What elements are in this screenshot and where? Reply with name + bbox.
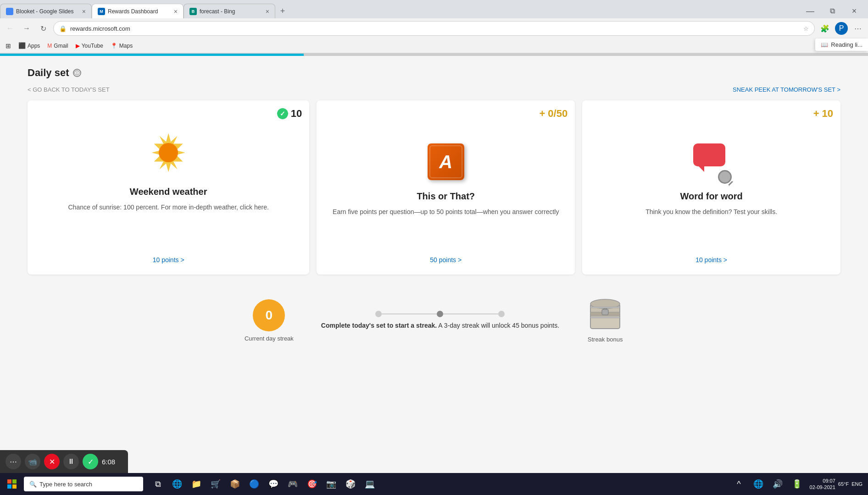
tab-close-rewards[interactable]: × xyxy=(174,8,178,15)
daily-set-header: Daily set ⓘ xyxy=(28,56,840,86)
video-controls-bar: ⋯ 📹 ✕ ⏸ ✓ 6:08 xyxy=(0,450,128,473)
daily-set-info-icon[interactable]: ⓘ xyxy=(73,69,81,77)
camera-control-button[interactable]: 📹 xyxy=(25,454,40,469)
language-label: ENG xyxy=(851,481,862,487)
taskbar-icon-app1[interactable]: 🎮 xyxy=(284,475,302,493)
daily-set-title: Daily set ⓘ xyxy=(28,67,81,79)
tab-close-bing[interactable]: × xyxy=(266,8,269,15)
start-button[interactable] xyxy=(2,474,22,494)
reading-list-icon: 📖 xyxy=(821,41,828,48)
word-for-word-score-value: 10 xyxy=(822,108,833,120)
taskbar-icon-discord[interactable]: 💬 xyxy=(264,475,283,493)
menu-control-button[interactable]: ⋯ xyxy=(6,454,21,469)
card-this-or-that[interactable]: + 0/50 A This or That? Earn five points … xyxy=(317,100,575,275)
taskbar-icon-store[interactable]: 🛒 xyxy=(206,475,225,493)
go-back-link[interactable]: < GO BACK TO TODAY'S SET xyxy=(28,86,110,93)
star-icon[interactable]: ☆ xyxy=(803,25,809,32)
tray-date-value: 02-09-2021 xyxy=(810,484,835,490)
temperature-display: 65°F xyxy=(838,481,849,487)
tab-blooket[interactable]: Blooket - Google Slides × xyxy=(0,4,92,18)
volume-icon[interactable]: 🔊 xyxy=(768,475,787,493)
apps-label: Apps xyxy=(28,43,40,49)
tab-label-blooket: Blooket - Google Slides xyxy=(16,8,79,15)
search-icon: 🔍 xyxy=(29,481,37,488)
bookmark-maps[interactable]: 📍 Maps xyxy=(111,43,133,49)
battery-icon[interactable]: 🔋 xyxy=(788,475,806,493)
streak-dot-1 xyxy=(375,311,382,317)
new-tab-button[interactable]: + xyxy=(275,4,290,18)
nav-links: < GO BACK TO TODAY'S SET SNEAK PEEK AT T… xyxy=(28,86,840,93)
streak-dot-3 xyxy=(498,311,505,317)
this-or-that-score-value: 0/50 xyxy=(548,108,568,120)
settings-icon[interactable]: ⋯ xyxy=(851,22,864,35)
gmail-label: Gmail xyxy=(54,43,68,49)
word-for-word-card-title: Word for word xyxy=(680,191,742,202)
word-for-word-card-link[interactable]: 10 points > xyxy=(696,256,727,264)
sneak-peek-link[interactable]: SNEAK PEEK AT TOMORROW'S SET > xyxy=(733,86,840,93)
taskbar-icon-app3[interactable]: 📷 xyxy=(322,475,340,493)
extensions-icon[interactable]: 🧩 xyxy=(818,22,831,35)
taskbar-app-icons: ⧉ 🌐 📁 🛒 📦 🔵 💬 🎮 🎯 📷 🎲 💻 xyxy=(149,475,379,493)
taskbar-icon-explorer[interactable]: 📁 xyxy=(187,475,206,493)
network-icon[interactable]: 🌐 xyxy=(749,475,768,493)
tab-bing[interactable]: B forecast - Bing × xyxy=(184,4,275,18)
language-indicator: ENG xyxy=(851,481,862,487)
bookmark-apps[interactable]: ⬛ Apps xyxy=(18,42,40,49)
tab-close-blooket[interactable]: × xyxy=(82,8,86,15)
word-for-word-image xyxy=(693,130,730,180)
apps-grid-icon: ⊞ xyxy=(6,42,11,50)
weather-card-link[interactable]: 10 points > xyxy=(153,256,184,264)
card-weather[interactable]: ✓ 10 Weekend weather Chance of sunrise: … xyxy=(28,100,309,275)
svg-rect-8 xyxy=(12,479,17,484)
bookmark-gmail[interactable]: M Gmail xyxy=(47,43,68,49)
taskbar-icon-task-view[interactable]: ⧉ xyxy=(149,475,167,493)
system-tray: ^ 🌐 🔊 🔋 xyxy=(730,475,806,493)
taskbar-search[interactable]: 🔍 Type here to search xyxy=(24,477,143,491)
window-minimize-button[interactable]: — xyxy=(800,4,820,18)
address-bar[interactable]: 🔒 rewards.microsoft.com ☆ xyxy=(53,21,815,36)
card-word-for-word-score: + 10 xyxy=(813,108,833,120)
card-word-for-word[interactable]: + 10 Word for word Think you know the de… xyxy=(582,100,840,275)
forward-button[interactable]: → xyxy=(20,22,33,35)
tab-rewards[interactable]: M Rewards Dashboard × xyxy=(92,4,184,18)
streak-message-strong: Complete today's set to start a streak. xyxy=(321,322,437,329)
browser-chrome: Blooket - Google Slides × M Rewards Dash… xyxy=(0,0,868,54)
svg-rect-10 xyxy=(12,484,17,489)
pause-control-button[interactable]: ⏸ xyxy=(63,454,79,469)
refresh-button[interactable]: ↻ xyxy=(37,22,50,35)
taskbar-clock[interactable]: 09:07 02-09-2021 65°F ENG xyxy=(806,473,866,495)
profile-icon[interactable]: P xyxy=(835,22,848,35)
bookmark-youtube[interactable]: ▶ YouTube xyxy=(76,43,103,49)
windows-logo-icon xyxy=(7,479,17,489)
streak-label: Current day streak xyxy=(245,335,294,342)
this-or-that-card-desc: Earn five points per question—up to 50 p… xyxy=(333,207,559,249)
taskbar-icon-app5[interactable]: 💻 xyxy=(361,475,379,493)
streak-section: 0 Current day streak Complete today's se… xyxy=(28,289,840,352)
this-or-that-card-link[interactable]: 50 points > xyxy=(430,256,462,264)
back-button[interactable]: ← xyxy=(4,22,17,35)
taskbar-icon-app4[interactable]: 🎲 xyxy=(341,475,360,493)
streak-dots xyxy=(375,311,505,317)
card-this-or-that-score: + 0/50 xyxy=(539,108,568,120)
end-call-button[interactable]: ✕ xyxy=(44,454,60,469)
taskbar-icon-amazon[interactable]: 📦 xyxy=(226,475,244,493)
taskbar-icon-chrome[interactable]: 🔵 xyxy=(245,475,263,493)
reading-list-badge[interactable]: 📖 Reading li... xyxy=(815,38,868,51)
daily-set-label: Daily set xyxy=(28,67,69,79)
streak-message: Complete today's set to start a streak. … xyxy=(321,321,559,330)
tab-label-rewards: Rewards Dashboard xyxy=(108,8,171,15)
taskbar-icon-app2[interactable]: 🎯 xyxy=(303,475,321,493)
tab-bar: Blooket - Google Slides × M Rewards Dash… xyxy=(0,0,868,18)
apps-icon: ⬛ xyxy=(18,42,26,49)
taskbar-search-placeholder: Type here to search xyxy=(39,481,92,488)
speech-bubble xyxy=(693,143,725,166)
taskbar: 🔍 Type here to search ⧉ 🌐 📁 🛒 📦 🔵 💬 🎮 🎯 … xyxy=(0,473,868,495)
weather-score-value: 10 xyxy=(291,108,302,120)
window-close-button[interactable]: × xyxy=(844,4,864,18)
show-hidden-icons-button[interactable]: ^ xyxy=(730,475,748,493)
plus-sign-2: + xyxy=(813,108,819,120)
window-restore-button[interactable]: ⧉ xyxy=(822,4,842,18)
lock-icon: 🔒 xyxy=(59,25,67,32)
taskbar-icon-edge[interactable]: 🌐 xyxy=(168,475,186,493)
confirm-control-button[interactable]: ✓ xyxy=(83,454,98,469)
